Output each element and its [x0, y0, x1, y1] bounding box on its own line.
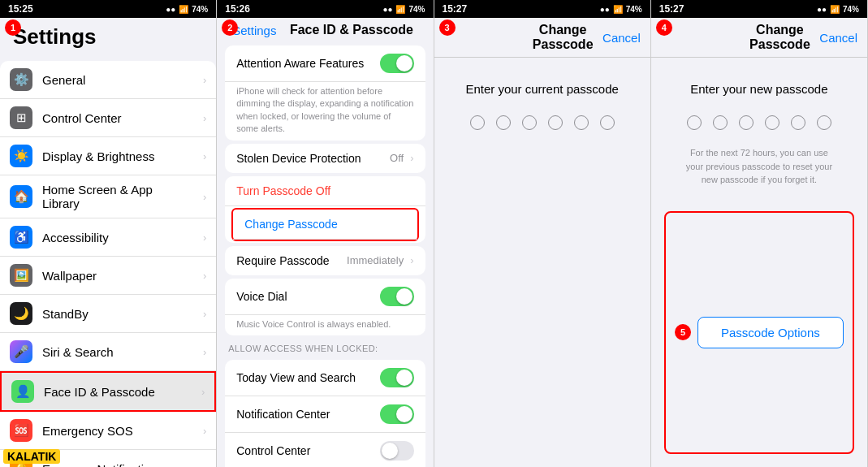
attention-desc: iPhone will check for attention before d… — [225, 82, 425, 141]
status-icons-1: ●● 📶 74% — [166, 5, 208, 14]
panel3-header: Change Passcode Cancel — [434, 18, 650, 58]
voice-desc: Music Voice Control is always enabled. — [225, 315, 425, 335]
allow-locked-group: Today View and Search Notification Cente… — [225, 360, 425, 467]
time-1: 15:25 — [8, 3, 33, 15]
dot-1 — [470, 115, 485, 130]
status-bar-4: 15:27 ●● 📶 74% — [651, 0, 867, 18]
settings-item-control-center[interactable]: ⊞ Control Center › — [0, 99, 216, 137]
new-dot-3 — [739, 115, 754, 130]
settings-item-accessibility[interactable]: ♿ Accessibility › — [0, 218, 216, 257]
cc-chevron: › — [203, 112, 206, 124]
panel4-header: Change Passcode Cancel — [651, 18, 867, 58]
status-bar-3: 15:27 ●● 📶 74% — [434, 0, 650, 18]
attention-toggle[interactable] — [380, 54, 414, 73]
control-center-icon: ⊞ — [10, 106, 32, 129]
exposure-chevron: › — [203, 463, 206, 468]
panel-change-current: 15:27 ●● 📶 74% 3 Change Passcode Cancel … — [434, 0, 651, 467]
new-dot-2 — [713, 115, 728, 130]
settings-item-standby[interactable]: 🌙 StandBy › — [0, 295, 216, 333]
stolen-chevron: › — [410, 152, 413, 164]
settings-item-display[interactable]: ☀️ Display & Brightness › — [0, 137, 216, 175]
settings-item-general[interactable]: ⚙️ General › — [0, 61, 216, 99]
settings-title: Settings — [0, 18, 216, 54]
voice-toggle[interactable] — [380, 287, 414, 306]
wallpaper-icon: 🖼️ — [10, 264, 32, 287]
emergency-label: Emergency SOS — [42, 424, 193, 438]
require-label: Require Passcode — [236, 254, 340, 267]
stolen-row[interactable]: Stolen Device Protection Off › — [225, 144, 425, 173]
today-row[interactable]: Today View and Search — [225, 360, 425, 396]
panel3-dots — [470, 115, 615, 130]
standby-label: StandBy — [42, 307, 193, 321]
accessibility-label: Accessibility — [42, 231, 193, 244]
panel4-body: Enter your new passcode For the next 72 … — [651, 58, 867, 467]
panel2-content: Attention Aware Features iPhone will che… — [217, 42, 433, 467]
settings-item-wallpaper[interactable]: 🖼️ Wallpaper › — [0, 257, 216, 295]
panel3-prompt: Enter your current passcode — [465, 82, 618, 96]
standby-chevron: › — [203, 308, 206, 320]
control-row[interactable]: Control Center — [225, 433, 425, 467]
today-toggle[interactable] — [380, 368, 414, 387]
panel-faceid: 15:26 ●● 📶 74% 2 ‹ Settings Face ID & Pa… — [217, 0, 434, 467]
panel3-body: Enter your current passcode — [434, 58, 650, 467]
change-passcode-highlight: Change Passcode — [231, 208, 418, 241]
settings-item-siri[interactable]: 🎤 Siri & Search › — [0, 333, 216, 371]
step-badge-5: 5 — [675, 324, 691, 340]
change-passcode-link: Change Passcode — [244, 218, 405, 231]
require-row[interactable]: Require Passcode Immediately › — [225, 246, 425, 275]
settings-item-faceid[interactable]: 👤 Face ID & Passcode › — [0, 371, 216, 412]
panel4-cancel[interactable]: Cancel — [819, 31, 857, 45]
turn-off-link: Turn Passcode Off — [236, 184, 413, 197]
new-dot-4 — [765, 115, 779, 130]
display-chevron: › — [203, 150, 206, 162]
stolen-label: Stolen Device Protection — [236, 152, 383, 165]
control-center-label: Control Center — [42, 111, 193, 125]
faceid-chevron: › — [201, 386, 205, 398]
panel2-header: ‹ Settings Face ID & Passcode — [217, 18, 433, 42]
panel3-cancel[interactable]: Cancel — [602, 31, 641, 45]
settings-list: ⚙️ General › ⊞ Control Center › ☀️ Displ… — [0, 54, 216, 467]
settings-item-homescreen[interactable]: 🏠 Home Screen & App Library › — [0, 175, 216, 218]
settings-item-emergency[interactable]: 🆘 Emergency SOS › — [0, 412, 216, 450]
notif-row[interactable]: Notification Center — [225, 396, 425, 433]
stolen-section: Stolen Device Protection Off › — [225, 144, 425, 173]
battery-icon-2: 74% — [408, 5, 425, 14]
dot-6 — [600, 115, 615, 130]
require-chevron: › — [410, 254, 413, 266]
turn-off-row[interactable]: Turn Passcode Off — [225, 176, 425, 206]
notif-toggle[interactable] — [380, 404, 414, 424]
change-passcode-row[interactable]: Change Passcode — [233, 210, 417, 240]
time-2: 15:26 — [225, 3, 250, 15]
homescreen-label: Home Screen & App Library — [42, 183, 193, 210]
panel4-dots — [687, 115, 831, 130]
passcode-options-button[interactable]: Passcode Options — [697, 317, 844, 348]
signal-icon-3: ●● — [600, 5, 610, 14]
allow-locked-section: ALLOW ACCESS WHEN LOCKED: — [217, 339, 433, 357]
dot-5 — [574, 115, 589, 130]
wifi-icon-2: 📶 — [395, 5, 405, 14]
dot-2 — [496, 115, 511, 130]
homescreen-icon: 🏠 — [10, 185, 32, 208]
battery-icon: 74% — [192, 5, 208, 14]
attention-row[interactable]: Attention Aware Features — [225, 45, 425, 82]
step-badge-3: 3 — [439, 19, 456, 36]
accessibility-icon: ♿ — [10, 226, 32, 249]
wifi-icon: 📶 — [179, 5, 188, 14]
attention-label: Attention Aware Features — [236, 57, 373, 70]
attention-section: Attention Aware Features iPhone will che… — [225, 45, 425, 141]
signal-icon: ●● — [166, 5, 175, 14]
wallpaper-chevron: › — [203, 270, 206, 282]
control-toggle[interactable] — [380, 441, 414, 461]
display-label: Display & Brightness — [42, 149, 193, 163]
faceid-label: Face ID & Passcode — [44, 385, 192, 399]
general-label: General — [42, 73, 193, 87]
voice-label: Voice Dial — [236, 290, 373, 303]
today-label: Today View and Search — [236, 371, 373, 384]
control-label: Control Center — [236, 444, 373, 457]
display-icon: ☀️ — [10, 145, 32, 167]
wallpaper-label: Wallpaper — [42, 269, 193, 283]
status-bar-2: 15:26 ●● 📶 74% — [217, 0, 433, 18]
general-icon: ⚙️ — [10, 68, 32, 91]
voice-row[interactable]: Voice Dial — [225, 279, 425, 315]
dot-3 — [522, 115, 537, 130]
